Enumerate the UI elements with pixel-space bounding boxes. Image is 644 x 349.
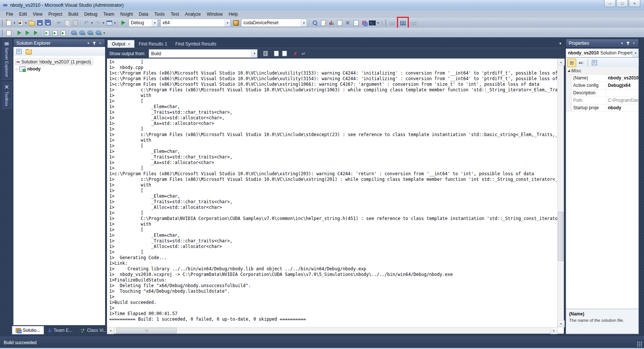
properties-button[interactable]	[15, 47, 23, 56]
menu-item[interactable]: Test	[168, 11, 182, 18]
combo-dropdown-icon[interactable]: ▾	[301, 19, 307, 26]
recent-window-dropdown-icon[interactable]: ▾	[113, 21, 117, 25]
save-all-button[interactable]	[44, 19, 52, 27]
cuda-launch-doc-button-1[interactable]	[42, 29, 51, 37]
vertical-scroll-thumb[interactable]	[558, 212, 564, 261]
redo-button[interactable]: ↷	[94, 19, 102, 27]
toolbar-grip[interactable]	[1, 19, 3, 26]
undo-dropdown-icon[interactable]: ▾	[90, 21, 94, 25]
alphabetical-button[interactable]: AZ↓	[577, 59, 585, 67]
nsight-profile-button-3[interactable]	[410, 19, 418, 27]
selected-object-combo[interactable]: nbody_vs2010 Solution Propertie ▾	[566, 48, 639, 57]
category-expander-icon[interactable]: ◢	[566, 69, 571, 72]
performance-chart-button[interactable]	[327, 19, 335, 27]
categorized-button[interactable]: ⊞	[567, 59, 576, 67]
solution-platform-combo[interactable]: x64 ▾	[160, 19, 231, 27]
command-window-button[interactable]: >_	[368, 19, 376, 27]
pin-icon[interactable]	[625, 41, 631, 46]
tools-button[interactable]	[344, 19, 352, 27]
close-button[interactable]: ×	[629, 0, 640, 7]
close-icon[interactable]: ×	[631, 41, 637, 46]
close-tab-icon[interactable]: ×	[128, 42, 130, 46]
solution-configuration-combo[interactable]: Debug ▾	[129, 19, 158, 27]
show-all-files-button[interactable]	[25, 47, 33, 56]
menu-item[interactable]: Data	[136, 11, 151, 18]
cuda-run-button-1[interactable]	[15, 29, 23, 37]
copy-button[interactable]	[63, 19, 71, 27]
scroll-down-icon[interactable]: ▼	[558, 320, 565, 327]
property-row[interactable]: Description	[566, 89, 638, 97]
redo-dropdown-icon[interactable]: ▾	[102, 21, 105, 25]
property-row[interactable]: Path C:\ProgramData\N	[566, 97, 638, 104]
combo-dropdown-icon[interactable]: ▾	[632, 49, 638, 57]
tab-output[interactable]: Output ×	[107, 40, 135, 48]
scroll-left-icon[interactable]: ◄	[107, 327, 114, 334]
property-row[interactable]: Startup proje nbody	[566, 104, 638, 112]
property-row[interactable]: Active config Debug|x64	[566, 82, 638, 89]
menu-item[interactable]: Team	[100, 11, 117, 18]
add-item-button[interactable]	[16, 19, 24, 27]
side-tab-server-explorer[interactable]: Server Explorer	[1, 40, 12, 80]
pin-output-button[interactable]	[261, 50, 269, 58]
properties-header[interactable]: Properties ▾ ×	[566, 39, 639, 48]
menu-item[interactable]: Analyze	[182, 11, 204, 18]
title-bar[interactable]: ∞ nbody_vs2010 - Microsoft Visual Studio…	[0, 0, 644, 11]
combo-dropdown-icon[interactable]: ▾	[224, 19, 230, 26]
new-project-button[interactable]	[4, 19, 13, 27]
menu-item[interactable]: Help	[225, 11, 241, 18]
toolbar-grip[interactable]	[1, 29, 3, 36]
cuda-run-button-2[interactable]	[23, 29, 32, 37]
toolbar-grip[interactable]	[385, 19, 386, 26]
start-debugging-button[interactable]	[119, 19, 127, 27]
tab-find-results-1[interactable]: Find Results 1	[135, 40, 171, 48]
pin-icon[interactable]	[91, 41, 97, 46]
scroll-up-icon[interactable]: ▲	[558, 59, 565, 66]
horizontal-scroll-thumb[interactable]	[116, 328, 177, 333]
paste-button[interactable]	[71, 19, 79, 27]
tab-solution-explorer[interactable]: Solutio...	[12, 326, 44, 334]
nsight-profile-button-1[interactable]	[388, 19, 396, 27]
menu-item[interactable]: Tools	[151, 11, 168, 18]
go-to-definition-button[interactable]	[352, 19, 360, 27]
minimize-button[interactable]: –	[604, 0, 616, 7]
menu-item[interactable]: Project	[45, 11, 65, 18]
previous-message-button[interactable]	[272, 50, 280, 58]
tree-node-project[interactable]: ▷ nbody	[13, 65, 105, 72]
menu-item[interactable]: Debug	[81, 11, 100, 18]
menu-item[interactable]: View	[30, 11, 45, 18]
cuda-launch-doc-button-2[interactable]	[51, 29, 59, 37]
property-pages-button[interactable]	[590, 59, 599, 67]
word-wrap-button[interactable]: ↵	[299, 50, 307, 58]
toolbar-dropdown-icon[interactable]: ▾	[376, 21, 380, 25]
clear-all-button[interactable]: ✗	[291, 50, 299, 58]
new-wizard-button[interactable]	[335, 19, 344, 27]
output-content[interactable]: 1> ]1> nbody.cpp1>c:\Program Files (x86)…	[107, 59, 564, 334]
menu-item[interactable]: Build	[65, 11, 81, 18]
cuda-run-button-3[interactable]	[32, 29, 40, 37]
toolbar-options-icon[interactable]: ⋮	[380, 20, 384, 25]
nsight-profile-button-2[interactable]	[399, 19, 407, 27]
output-source-combo[interactable]: Build ▾	[149, 49, 258, 58]
window-position-icon[interactable]: ▾	[85, 41, 91, 46]
next-message-button[interactable]	[280, 50, 288, 58]
tab-team-explorer[interactable]: Team E...	[45, 326, 76, 334]
new-project-dropdown-icon[interactable]: ▾	[13, 21, 16, 25]
resize-grip[interactable]	[637, 342, 642, 347]
tab-overflow-dropdown-icon[interactable]: ▼	[559, 42, 562, 45]
menu-item[interactable]: Edit	[16, 11, 30, 18]
menu-item[interactable]: Nsight	[117, 11, 136, 18]
tab-find-symbol-results[interactable]: Find Symbol Results	[171, 40, 221, 48]
save-button[interactable]	[36, 19, 44, 27]
data-sync-button-1[interactable]	[70, 29, 78, 37]
vertical-scrollbar[interactable]: ▲ ▼	[557, 59, 564, 327]
layers-button[interactable]	[360, 19, 368, 27]
side-tab-toolbox[interactable]: Toolbox	[1, 82, 12, 109]
cut-button[interactable]: ✂	[55, 19, 63, 27]
menu-item[interactable]: Window	[204, 11, 226, 18]
combo-dropdown-icon[interactable]: ▾	[152, 19, 158, 26]
data-sync-button-4[interactable]	[94, 29, 102, 37]
toolbar-dropdown-icon[interactable]: ▾	[102, 31, 106, 35]
expander-icon[interactable]: ▷	[15, 67, 19, 71]
find-in-files-button[interactable]	[311, 19, 319, 27]
tab-class-view[interactable]: Class Vi...	[76, 326, 110, 334]
